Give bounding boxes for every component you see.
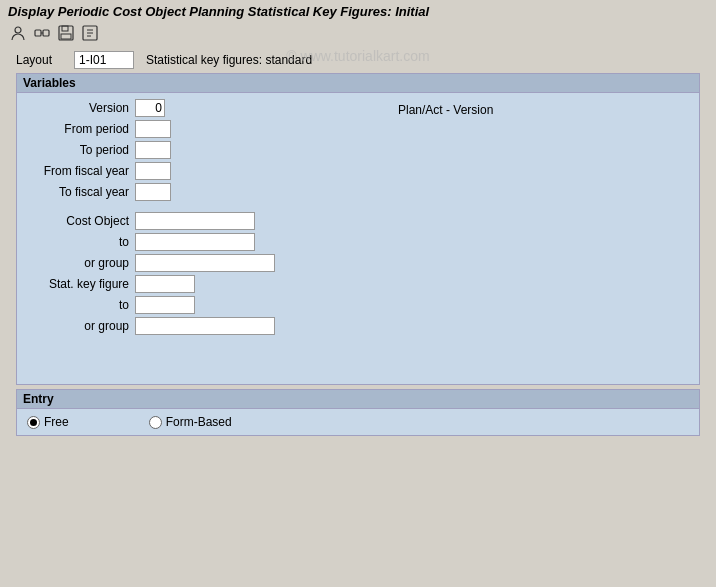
free-radio[interactable] — [27, 416, 40, 429]
entry-title: Entry — [17, 390, 699, 409]
stat-key-figure-row: Stat. key figure — [25, 275, 358, 293]
version-input[interactable] — [135, 99, 165, 117]
stat-key-group-row: or group — [25, 317, 358, 335]
cost-object-input[interactable] — [135, 212, 255, 230]
stat-key-group-input[interactable] — [135, 317, 275, 335]
from-period-row: From period — [25, 120, 358, 138]
free-label: Free — [44, 415, 69, 429]
cost-object-to-input[interactable] — [135, 233, 255, 251]
link-icon[interactable] — [32, 23, 52, 43]
stat-key-to-label: to — [25, 298, 135, 312]
cost-object-group-input[interactable] — [135, 254, 275, 272]
from-period-label: From period — [25, 122, 135, 136]
form-based-option[interactable]: Form-Based — [149, 415, 232, 429]
from-fiscal-year-label: From fiscal year — [25, 164, 135, 178]
from-fiscal-year-row: From fiscal year — [25, 162, 358, 180]
cost-object-to-label: to — [25, 235, 135, 249]
svg-rect-1 — [35, 30, 41, 36]
stat-key-to-row: to — [25, 296, 358, 314]
from-period-input[interactable] — [135, 120, 171, 138]
version-label: Version — [25, 101, 135, 115]
svg-point-0 — [15, 27, 21, 33]
cost-object-to-row: to — [25, 233, 358, 251]
from-fiscal-year-input[interactable] — [135, 162, 171, 180]
svg-rect-5 — [62, 26, 68, 31]
info-icon[interactable] — [80, 23, 100, 43]
plan-act-label: Plan/Act - Version — [398, 103, 493, 117]
save-icon[interactable] — [56, 23, 76, 43]
variables-section: Variables Version From period — [16, 73, 700, 385]
form-based-label: Form-Based — [166, 415, 232, 429]
cost-object-label: Cost Object — [25, 214, 135, 228]
layout-value: 1-I01 — [74, 51, 134, 69]
svg-rect-2 — [43, 30, 49, 36]
free-option[interactable]: Free — [27, 415, 69, 429]
stat-key-to-input[interactable] — [135, 296, 195, 314]
variables-title: Variables — [17, 74, 699, 93]
entry-section: Entry Free Form-Based — [16, 389, 700, 436]
stat-key-figure-input[interactable] — [135, 275, 195, 293]
version-row: Version — [25, 99, 358, 117]
cost-object-group-row: or group — [25, 254, 358, 272]
layout-description: Statistical key figures: standard — [146, 53, 312, 67]
page-title: Display Periodic Cost Object Planning St… — [8, 4, 708, 19]
svg-rect-6 — [61, 34, 71, 39]
to-period-row: To period — [25, 141, 358, 159]
to-fiscal-year-label: To fiscal year — [25, 185, 135, 199]
cost-object-row: Cost Object — [25, 212, 358, 230]
cost-object-group-label: or group — [25, 256, 135, 270]
layout-label: Layout — [16, 53, 66, 67]
person-icon[interactable] — [8, 23, 28, 43]
stat-key-figure-label: Stat. key figure — [25, 277, 135, 291]
to-period-label: To period — [25, 143, 135, 157]
to-fiscal-year-row: To fiscal year — [25, 183, 358, 201]
to-period-input[interactable] — [135, 141, 171, 159]
to-fiscal-year-input[interactable] — [135, 183, 171, 201]
stat-key-group-label: or group — [25, 319, 135, 333]
form-based-radio[interactable] — [149, 416, 162, 429]
